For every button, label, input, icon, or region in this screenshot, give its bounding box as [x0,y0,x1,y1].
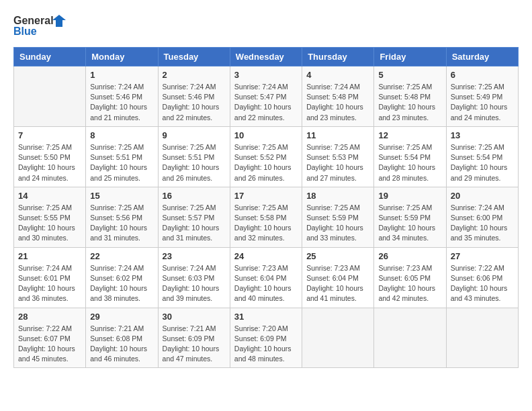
day-cell: 25Sunrise: 7:23 AMSunset: 6:04 PMDayligh… [302,247,374,308]
day-number: 13 [451,130,514,140]
day-number: 30 [163,312,226,322]
week-row-5: 28Sunrise: 7:22 AMSunset: 6:07 PMDayligh… [14,308,519,368]
day-detail: Sunrise: 7:25 AMSunset: 5:52 PMDaylight:… [234,142,298,183]
day-detail: Sunrise: 7:24 AMSunset: 5:47 PMDaylight:… [234,82,298,123]
day-cell: 22Sunrise: 7:24 AMSunset: 6:02 PMDayligh… [86,247,158,308]
day-cell: 23Sunrise: 7:24 AMSunset: 6:03 PMDayligh… [158,247,230,308]
day-cell: 11Sunrise: 7:25 AMSunset: 5:53 PMDayligh… [302,126,374,187]
day-number: 28 [18,312,81,322]
day-number: 17 [234,191,298,201]
weekday-header-monday: Monday [86,48,158,66]
day-cell: 6Sunrise: 7:25 AMSunset: 5:49 PMDaylight… [446,66,518,127]
day-cell: 15Sunrise: 7:25 AMSunset: 5:56 PMDayligh… [86,187,158,247]
day-detail: Sunrise: 7:25 AMSunset: 5:48 PMDaylight:… [378,82,441,123]
svg-text:General: General [13,15,54,26]
day-cell: 27Sunrise: 7:22 AMSunset: 6:06 PMDayligh… [446,247,518,308]
day-number: 10 [234,130,298,140]
day-detail: Sunrise: 7:25 AMSunset: 5:59 PMDaylight:… [306,203,369,244]
day-cell: 9Sunrise: 7:25 AMSunset: 5:51 PMDaylight… [158,126,230,187]
day-cell [446,308,518,368]
day-detail: Sunrise: 7:24 AMSunset: 6:02 PMDaylight:… [90,263,153,304]
day-cell: 19Sunrise: 7:25 AMSunset: 5:59 PMDayligh… [374,187,446,247]
day-number: 21 [18,251,81,261]
day-cell [14,66,86,127]
day-cell: 8Sunrise: 7:25 AMSunset: 5:51 PMDaylight… [86,126,158,187]
day-number: 8 [90,130,153,140]
day-cell: 13Sunrise: 7:25 AMSunset: 5:54 PMDayligh… [446,126,518,187]
day-detail: Sunrise: 7:24 AMSunset: 6:03 PMDaylight:… [163,263,226,304]
day-number: 14 [18,191,81,201]
day-detail: Sunrise: 7:24 AMSunset: 5:46 PMDaylight:… [163,82,226,123]
day-detail: Sunrise: 7:25 AMSunset: 5:49 PMDaylight:… [451,82,514,123]
day-number: 22 [90,251,153,261]
day-cell: 16Sunrise: 7:25 AMSunset: 5:57 PMDayligh… [158,187,230,247]
day-number: 12 [378,130,441,140]
day-detail: Sunrise: 7:25 AMSunset: 5:57 PMDaylight:… [163,203,226,244]
day-number: 20 [451,191,514,201]
day-number: 16 [163,191,226,201]
day-number: 1 [90,70,153,80]
day-number: 15 [90,191,153,201]
day-cell: 4Sunrise: 7:24 AMSunset: 5:48 PMDaylight… [302,66,374,127]
day-number: 23 [163,251,226,261]
day-detail: Sunrise: 7:22 AMSunset: 6:06 PMDaylight:… [451,263,514,304]
day-cell: 18Sunrise: 7:25 AMSunset: 5:59 PMDayligh… [302,187,374,247]
day-detail: Sunrise: 7:25 AMSunset: 5:56 PMDaylight:… [90,203,153,244]
day-cell: 7Sunrise: 7:25 AMSunset: 5:50 PMDaylight… [14,126,86,187]
day-number: 11 [306,130,369,140]
day-detail: Sunrise: 7:24 AMSunset: 5:46 PMDaylight:… [90,82,153,123]
day-number: 4 [306,70,369,80]
day-detail: Sunrise: 7:25 AMSunset: 5:51 PMDaylight:… [163,142,226,183]
day-cell: 5Sunrise: 7:25 AMSunset: 5:48 PMDaylight… [374,66,446,127]
week-row-1: 1Sunrise: 7:24 AMSunset: 5:46 PMDaylight… [14,66,519,127]
day-number: 26 [378,251,441,261]
day-detail: Sunrise: 7:24 AMSunset: 6:01 PMDaylight:… [18,263,81,304]
day-number: 2 [163,70,226,80]
day-cell: 3Sunrise: 7:24 AMSunset: 5:47 PMDaylight… [230,66,302,127]
day-cell: 20Sunrise: 7:24 AMSunset: 6:00 PMDayligh… [446,187,518,247]
day-cell: 2Sunrise: 7:24 AMSunset: 5:46 PMDaylight… [158,66,230,127]
week-row-2: 7Sunrise: 7:25 AMSunset: 5:50 PMDaylight… [14,126,519,187]
day-cell: 26Sunrise: 7:23 AMSunset: 6:05 PMDayligh… [374,247,446,308]
header: GeneralBlue [13,13,519,40]
svg-marker-1 [52,15,66,27]
day-number: 24 [234,251,298,261]
week-row-3: 14Sunrise: 7:25 AMSunset: 5:55 PMDayligh… [14,187,519,247]
logo: GeneralBlue [13,13,74,40]
day-detail: Sunrise: 7:25 AMSunset: 5:55 PMDaylight:… [18,203,81,244]
weekday-header-wednesday: Wednesday [230,48,302,66]
day-cell: 10Sunrise: 7:25 AMSunset: 5:52 PMDayligh… [230,126,302,187]
day-detail: Sunrise: 7:24 AMSunset: 5:48 PMDaylight:… [306,82,369,123]
day-detail: Sunrise: 7:23 AMSunset: 6:05 PMDaylight:… [378,263,441,304]
weekday-header-row: SundayMondayTuesdayWednesdayThursdayFrid… [14,48,519,66]
day-cell [374,308,446,368]
day-cell: 24Sunrise: 7:23 AMSunset: 6:04 PMDayligh… [230,247,302,308]
day-detail: Sunrise: 7:25 AMSunset: 5:54 PMDaylight:… [451,142,514,183]
day-detail: Sunrise: 7:25 AMSunset: 5:54 PMDaylight:… [378,142,441,183]
day-detail: Sunrise: 7:25 AMSunset: 5:58 PMDaylight:… [234,203,298,244]
weekday-header-friday: Friday [374,48,446,66]
day-number: 7 [18,130,81,140]
day-number: 27 [451,251,514,261]
weekday-header-thursday: Thursday [302,48,374,66]
day-detail: Sunrise: 7:25 AMSunset: 5:50 PMDaylight:… [18,142,81,183]
day-detail: Sunrise: 7:22 AMSunset: 6:07 PMDaylight:… [18,324,81,365]
day-number: 6 [451,70,514,80]
day-number: 3 [234,70,298,80]
day-detail: Sunrise: 7:23 AMSunset: 6:04 PMDaylight:… [234,263,298,304]
day-detail: Sunrise: 7:25 AMSunset: 5:59 PMDaylight:… [378,203,441,244]
day-detail: Sunrise: 7:21 AMSunset: 6:09 PMDaylight:… [163,324,226,365]
day-cell: 30Sunrise: 7:21 AMSunset: 6:09 PMDayligh… [158,308,230,368]
day-detail: Sunrise: 7:25 AMSunset: 5:51 PMDaylight:… [90,142,153,183]
day-number: 25 [306,251,369,261]
weekday-header-sunday: Sunday [14,48,86,66]
day-cell: 12Sunrise: 7:25 AMSunset: 5:54 PMDayligh… [374,126,446,187]
day-detail: Sunrise: 7:25 AMSunset: 5:53 PMDaylight:… [306,142,369,183]
day-cell: 14Sunrise: 7:25 AMSunset: 5:55 PMDayligh… [14,187,86,247]
calendar-table: SundayMondayTuesdayWednesdayThursdayFrid… [13,47,519,368]
day-number: 29 [90,312,153,322]
day-cell: 1Sunrise: 7:24 AMSunset: 5:46 PMDaylight… [86,66,158,127]
svg-text:Blue: Blue [13,26,37,37]
day-cell: 21Sunrise: 7:24 AMSunset: 6:01 PMDayligh… [14,247,86,308]
day-number: 18 [306,191,369,201]
